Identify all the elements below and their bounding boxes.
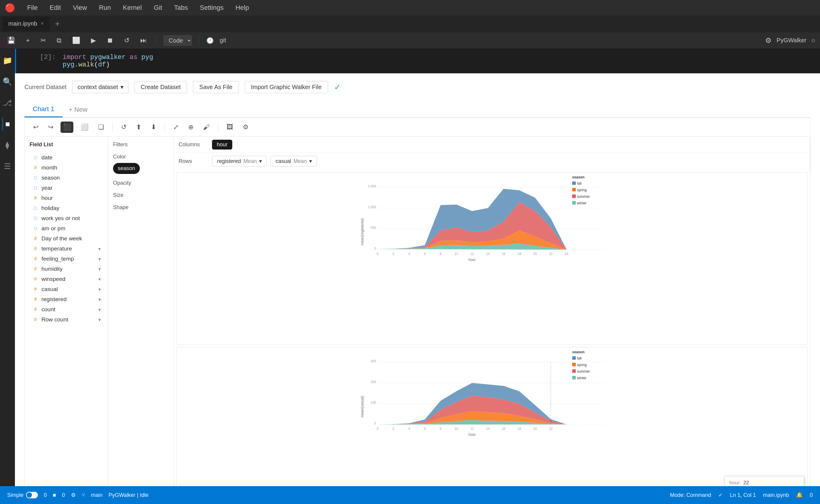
menu-run[interactable]: Run — [97, 3, 113, 13]
menu-git[interactable]: Git — [151, 3, 164, 13]
new-chart-tab-button[interactable]: + New — [63, 102, 93, 117]
run-button[interactable]: ▶ — [88, 35, 98, 46]
image-button[interactable]: 🖼 — [224, 122, 236, 133]
create-dataset-button[interactable]: Create Dataset — [134, 81, 187, 93]
menu-file[interactable]: File — [25, 3, 40, 13]
copy-button[interactable]: ⧉ — [54, 35, 64, 46]
field-ampm[interactable]: □ am or pm — [29, 223, 103, 234]
field-rowcount[interactable]: # Row count ▾ — [29, 315, 103, 325]
field-registered[interactable]: # registered ▾ — [29, 294, 103, 304]
stop-button[interactable]: ⏹ — [104, 35, 116, 46]
field-rowcount-label: Row count — [41, 316, 68, 323]
measure-icon-casual: # — [32, 287, 39, 292]
field-casual[interactable]: # casual ▾ — [29, 284, 103, 294]
add-cell-button[interactable]: + — [24, 35, 32, 46]
field-hour-label: hour — [41, 195, 53, 201]
run-all-button[interactable]: ⏭ — [138, 35, 149, 46]
svg-text:8: 8 — [440, 252, 442, 256]
svg-text:0: 0 — [377, 252, 378, 256]
field-date[interactable]: □ date — [29, 153, 103, 163]
field-hour[interactable]: # hour — [29, 193, 103, 203]
field-season[interactable]: □ season — [29, 173, 103, 183]
chart-svg-top: mean(registered) 1,500 1,000 500 0 — [176, 172, 808, 345]
menu-kernel[interactable]: Kernel — [120, 3, 144, 13]
filter-up-button[interactable]: ⬆ — [133, 122, 144, 133]
cell-label: [2]: — [40, 54, 58, 69]
extensions-icon[interactable]: ⧫ — [3, 138, 12, 152]
interact-button[interactable]: ⊕ — [186, 122, 196, 133]
menu-help[interactable]: Help — [233, 3, 251, 13]
svg-text:hour: hour — [468, 258, 476, 262]
svg-rect-52 — [572, 356, 576, 360]
expand-icon-count: ▾ — [98, 307, 101, 312]
chart-svg-bottom: mean(casual) 300 200 100 0 — [176, 347, 808, 486]
refresh-button[interactable]: ↺ — [119, 122, 129, 133]
main-tab[interactable]: main.ipynb × — [2, 17, 50, 31]
field-dow[interactable]: # Day of the week — [29, 234, 103, 244]
dataset-label: Current Dataset — [24, 84, 66, 91]
svg-text:4: 4 — [408, 252, 410, 256]
brush-button[interactable]: 🖌 — [201, 122, 212, 133]
data-view-button[interactable]: ⬜ — [78, 122, 91, 133]
undo-button[interactable]: ↩ — [31, 122, 41, 133]
field-winspeed[interactable]: # winspeed ▾ — [29, 274, 103, 284]
svg-text:2: 2 — [392, 427, 394, 430]
filter-down-button[interactable]: ⬇ — [148, 122, 159, 133]
filters-section: Filters — [113, 141, 169, 148]
layers-button[interactable]: ❑ — [96, 122, 106, 133]
svg-text:summer: summer — [577, 369, 590, 374]
kernel-icon[interactable]: ■ — [2, 117, 13, 131]
field-month[interactable]: # month — [29, 163, 103, 173]
chart-view-button[interactable]: ⬛ — [60, 122, 73, 133]
rows-registered-pill[interactable]: registered Mean ▾ — [212, 156, 267, 167]
svg-text:100: 100 — [371, 401, 376, 404]
gw-toolbar: ↩ ↪ ⬛ ⬜ ❑ ↺ ⬆ ⬇ ⤢ ⊕ 🖌 🖼 ⚙ — [25, 118, 810, 137]
dimension-icon-date: □ — [32, 155, 39, 160]
field-temperature-label: temperature — [41, 245, 72, 252]
field-humidity[interactable]: # humidity ▾ — [29, 264, 103, 274]
dataset-select[interactable]: context dataset ▾ — [72, 81, 128, 93]
menu-settings[interactable]: Settings — [197, 3, 226, 13]
expand-button[interactable]: ⤢ — [171, 122, 181, 133]
settings-icon[interactable]: ⚙ — [765, 36, 772, 45]
svg-text:season: season — [572, 175, 584, 179]
tab-close-button[interactable]: × — [41, 21, 44, 27]
field-work[interactable]: □ work yes or not — [29, 213, 103, 223]
tooltip-hour-label: hour: — [729, 480, 741, 486]
save-as-file-button[interactable]: Save As File — [193, 81, 239, 93]
search-icon[interactable]: 🔍 — [0, 75, 15, 89]
svg-text:18: 18 — [518, 252, 521, 256]
color-value-pill[interactable]: season — [113, 163, 140, 174]
simple-mode-toggle[interactable]: Simple — [7, 492, 38, 498]
new-tab-button[interactable]: + — [50, 17, 64, 31]
field-holiday[interactable]: □ holiday — [29, 203, 103, 213]
field-year[interactable]: □ year — [29, 183, 103, 193]
gw-toolbar-sep-1 — [112, 122, 113, 132]
rows-casual-pill[interactable]: casual Mean ▾ — [271, 156, 317, 167]
chart-tab-1[interactable]: Chart 1 — [24, 102, 63, 117]
field-count[interactable]: # count ▾ — [29, 304, 103, 315]
files-icon[interactable]: 📁 — [0, 54, 15, 68]
menu-tabs[interactable]: Tabs — [172, 3, 190, 13]
cut-button[interactable]: ✂ — [38, 35, 48, 46]
svg-rect-26 — [572, 195, 576, 198]
settings-button[interactable]: ⚙ — [240, 122, 251, 133]
schema-and-chart: Columns hour Rows registered Mean ▾ — [174, 137, 810, 486]
paste-button[interactable]: ⬜ — [70, 35, 83, 46]
save-button[interactable]: 💾 — [5, 35, 18, 46]
field-feeling-temp[interactable]: # feeling_temp ▾ — [29, 254, 103, 264]
cell-type-select[interactable]: Code — [164, 35, 192, 46]
as-keyword: as — [129, 54, 137, 61]
menu-view[interactable]: View — [70, 3, 89, 13]
columns-value-pill[interactable]: hour — [212, 140, 232, 150]
svg-rect-54 — [572, 363, 576, 366]
git-icon[interactable]: ⎇ — [1, 96, 14, 110]
import-graphic-walker-button[interactable]: Import Graphic Walker File — [245, 81, 328, 93]
menu-edit[interactable]: Edit — [47, 3, 63, 13]
field-temperature[interactable]: # temperature ▾ — [29, 244, 103, 254]
pyg-ref: pyg. — [63, 61, 78, 69]
toggle-switch[interactable] — [26, 492, 38, 498]
menu-icon[interactable]: ☰ — [1, 159, 13, 173]
redo-button[interactable]: ↪ — [46, 122, 56, 133]
restart-button[interactable]: ↺ — [122, 35, 132, 46]
